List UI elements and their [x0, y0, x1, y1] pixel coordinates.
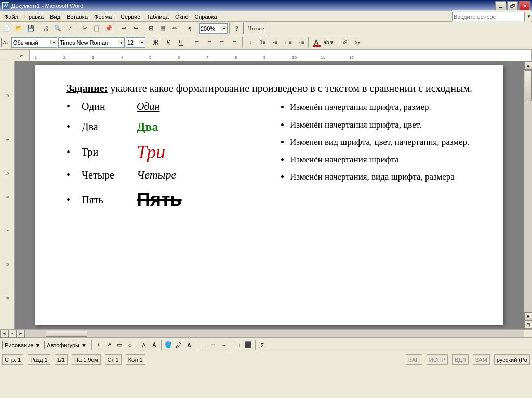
new-button[interactable]: 📄 [1, 23, 12, 34]
menu-edit[interactable]: Правка [21, 12, 47, 21]
toolbar-separator-4 [143, 23, 143, 34]
page-number-5: 5 [5, 172, 10, 175]
insert-diagram-tool[interactable]: Σ [258, 340, 267, 350]
spellcheck-button[interactable]: ✓ [64, 23, 75, 34]
drawing-button[interactable]: Рисование ▼ [2, 341, 43, 349]
horizontal-scroll-track[interactable] [25, 330, 524, 337]
copy-button[interactable]: 📋 [91, 23, 102, 34]
dash-style-tool[interactable]: ╌ [209, 340, 218, 350]
wordart-tool[interactable]: A [150, 340, 159, 350]
toolbar-separator-1 [38, 23, 38, 34]
menu-tools[interactable]: Сервис [117, 12, 143, 21]
font-color-indicator [313, 45, 321, 47]
menu-view[interactable]: Вид [47, 12, 63, 21]
ruler-mark-9: 9 [263, 55, 265, 60]
menu-file[interactable]: Файл [1, 12, 21, 21]
arrow-tool[interactable]: ↗ [104, 340, 114, 350]
split-button[interactable]: ⊟ [524, 321, 533, 329]
word-document[interactable]: Задание: укажите какое форматирование пр… [35, 65, 503, 325]
ellipse-tool[interactable]: ○ [125, 340, 135, 350]
zadanie-prefix: Задание: [66, 83, 108, 94]
print-button[interactable]: 🖨 [40, 23, 51, 34]
scroll-down-button[interactable]: ▼ [524, 312, 533, 321]
font-combo[interactable]: Times New Roman ▼ [58, 37, 125, 48]
drawing-button[interactable]: ✏ [169, 23, 180, 34]
fill-color-tool[interactable]: 🪣 [164, 340, 173, 350]
highlight-button[interactable]: ab▼ [323, 37, 335, 48]
line-style-tool[interactable]: — [198, 340, 208, 350]
align-left-button[interactable]: ≡ [191, 37, 203, 48]
zoom-combo[interactable]: 200% ▼ [199, 23, 228, 34]
font-dropdown-arrow[interactable]: ▼ [118, 40, 124, 44]
textbox-tool[interactable]: A [139, 340, 149, 350]
line-spacing-button[interactable]: ↕ [245, 37, 256, 48]
bold-button[interactable]: Ж [150, 37, 162, 48]
ruler-corner[interactable]: ⌐ [15, 50, 29, 61]
line-color-tool[interactable]: 🖊 [174, 340, 183, 350]
menu-window[interactable]: Окно [172, 12, 192, 21]
horizontal-scroll-thumb[interactable] [46, 331, 87, 337]
italic-button[interactable]: К [163, 37, 174, 48]
size-combo[interactable]: 12 ▼ [126, 37, 145, 48]
subscript-button[interactable]: x₂ [352, 37, 363, 48]
menu-table[interactable]: Таблица [143, 12, 172, 21]
style-combo[interactable]: Обычный ▼ [11, 37, 57, 48]
rectangle-tool[interactable]: ▭ [115, 340, 124, 350]
scroll-up-button[interactable]: ▲ [524, 61, 533, 70]
style-icon[interactable]: A↓ [1, 38, 10, 47]
window-controls[interactable]: 🗕 🗗 ✕ [495, 1, 530, 11]
menu-format[interactable]: Формат [91, 12, 117, 21]
title-bar-text-group: W Документ1 - Microsoft Word [2, 2, 83, 9]
restore-button[interactable]: 🗗 [507, 1, 518, 11]
list-item-three: • Три Три [66, 141, 264, 163]
paste-button[interactable]: 📌 [103, 23, 114, 34]
search-input[interactable] [452, 12, 525, 21]
help-button[interactable]: ? [231, 23, 243, 34]
word-original-5: Пять [82, 194, 128, 206]
table-button[interactable]: ⊞ [145, 23, 156, 34]
columns-button[interactable]: ▤ [157, 23, 168, 34]
ruler-mark-2: 2 [63, 55, 65, 60]
3d-tool[interactable]: ⬛ [244, 340, 253, 350]
view-toggle-button[interactable]: ▪ [8, 330, 17, 338]
search-dropdown[interactable]: ▼ [527, 14, 531, 19]
vertical-scrollbar[interactable]: ▲ ▼ ⊟ [524, 61, 532, 329]
reading-button[interactable]: Чтение [243, 23, 269, 34]
save-button[interactable]: 💾 [25, 23, 36, 34]
align-center-button[interactable]: ≡ [204, 37, 215, 48]
align-justify-button[interactable]: ≡ [229, 37, 240, 48]
align-right-button[interactable]: ≡ [216, 37, 228, 48]
scroll-thumb[interactable] [525, 70, 532, 101]
font-color-draw-tool[interactable]: A [184, 340, 194, 350]
arrow-style-tool[interactable]: → [219, 340, 229, 350]
minimize-button[interactable]: 🗕 [495, 1, 506, 11]
shadow-tool[interactable]: □ [233, 340, 243, 350]
underline-button[interactable]: Ч [175, 37, 187, 48]
preview-button[interactable]: 🔍 [52, 23, 63, 34]
zoom-dropdown-arrow[interactable]: ▼ [221, 26, 227, 30]
close-button[interactable]: ✕ [519, 1, 530, 11]
superscript-button[interactable]: x² [339, 37, 351, 48]
bullet-5: • [66, 194, 70, 206]
numbering-button[interactable]: 1≡ [257, 37, 269, 48]
left-margin-panel: 3 4 5 6 7 8 9 [0, 61, 15, 329]
open-button[interactable]: 📂 [13, 23, 24, 34]
paragraph-marks[interactable]: ¶ [184, 23, 195, 34]
menu-help[interactable]: Справка [191, 12, 220, 21]
bullets-button[interactable]: •≡ [270, 37, 281, 48]
indent-decrease-button[interactable]: ←≡ [282, 37, 294, 48]
autoshapes-button[interactable]: Автофигуры ▼ [44, 341, 89, 349]
cut-button[interactable]: ✂ [79, 23, 90, 34]
line-tool[interactable]: \ [94, 340, 103, 350]
menu-insert[interactable]: Вставка [63, 12, 91, 21]
prev-page-button[interactable]: ◄ [0, 330, 8, 338]
indent-increase-button[interactable]: →≡ [295, 37, 306, 48]
scroll-track[interactable] [524, 70, 532, 312]
undo-button[interactable]: ↩ [118, 23, 129, 34]
size-dropdown-arrow[interactable]: ▼ [139, 40, 145, 44]
app-icon: W [2, 2, 9, 9]
font-color-button[interactable]: A [311, 37, 322, 48]
next-page-button[interactable]: ► [17, 330, 25, 338]
redo-button[interactable]: ↪ [130, 23, 141, 34]
style-dropdown-arrow[interactable]: ▼ [50, 40, 57, 44]
